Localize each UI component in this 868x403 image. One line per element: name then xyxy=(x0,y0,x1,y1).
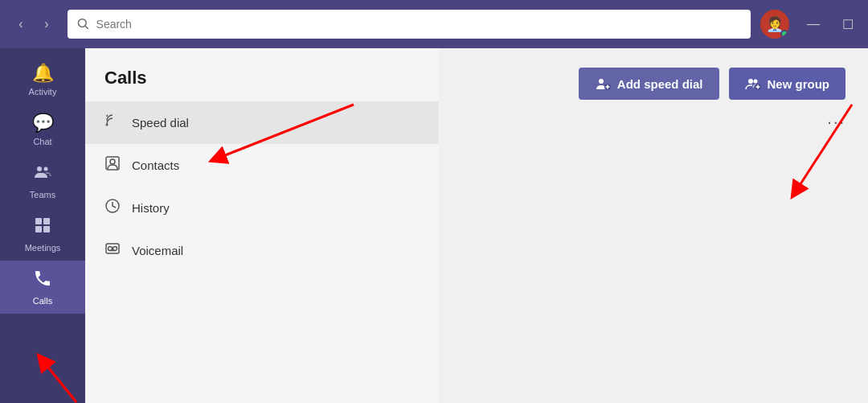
more-options-button[interactable]: ··· xyxy=(827,113,845,131)
svg-rect-7 xyxy=(43,226,50,232)
meetings-icon xyxy=(33,216,52,240)
history-icon xyxy=(104,198,121,218)
avatar-status xyxy=(780,30,788,38)
sidebar-label-activity: Activity xyxy=(29,87,57,97)
speed-dial-icon xyxy=(104,113,121,133)
svg-rect-4 xyxy=(35,218,42,224)
new-group-label: New group xyxy=(768,77,830,91)
history-label: History xyxy=(132,201,170,215)
sidebar-label-calls: Calls xyxy=(33,296,52,306)
maximize-button[interactable]: ☐ xyxy=(837,17,858,32)
contacts-label: Contacts xyxy=(132,158,179,172)
voicemail-icon xyxy=(104,241,121,261)
sidebar-label-meetings: Meetings xyxy=(25,243,61,253)
search-input[interactable] xyxy=(96,18,741,31)
svg-point-20 xyxy=(748,79,753,84)
forward-button[interactable]: › xyxy=(35,13,58,35)
voicemail-label: Voicemail xyxy=(132,244,183,257)
avatar: 🧑‍💼 xyxy=(760,10,789,39)
teams-icon xyxy=(33,162,52,187)
svg-point-3 xyxy=(44,167,48,171)
add-speed-dial-button[interactable]: Add speed dial xyxy=(579,68,719,100)
new-group-button[interactable]: New group xyxy=(729,68,846,100)
svg-line-1 xyxy=(85,26,88,28)
calls-menu-speed-dial[interactable]: Speed dial xyxy=(85,101,439,144)
sidebar-item-calls[interactable]: Calls xyxy=(0,261,85,314)
svg-rect-5 xyxy=(43,218,50,224)
svg-point-8 xyxy=(106,124,108,126)
minimize-button[interactable]: — xyxy=(802,17,825,31)
contacts-icon xyxy=(104,155,121,175)
sidebar: 🔔 Activity 💬 Chat Teams xyxy=(0,48,85,403)
sidebar-item-activity[interactable]: 🔔 Activity xyxy=(0,55,85,105)
calls-menu: Speed dial Contacts xyxy=(85,101,439,272)
calls-icon xyxy=(33,269,52,293)
title-bar-right: 🧑‍💼 — ☐ xyxy=(760,10,858,39)
action-buttons: Add speed dial New group xyxy=(579,68,845,100)
sidebar-label-teams: Teams xyxy=(30,190,55,199)
sidebar-item-meetings[interactable]: Meetings xyxy=(0,208,85,261)
nav-buttons: ‹ › xyxy=(10,13,58,35)
search-icon xyxy=(77,18,90,31)
svg-point-2 xyxy=(37,167,42,171)
activity-icon: 🔔 xyxy=(32,63,54,84)
svg-point-21 xyxy=(753,80,757,84)
calls-menu-history[interactable]: History xyxy=(85,187,439,229)
new-group-icon xyxy=(745,76,761,92)
speed-dial-label: Speed dial xyxy=(132,116,189,130)
main-content: 🔔 Activity 💬 Chat Teams xyxy=(0,48,868,403)
back-button[interactable]: ‹ xyxy=(10,13,32,35)
calls-title: Calls xyxy=(85,48,439,101)
title-bar: ‹ › 🧑‍💼 — ☐ xyxy=(0,0,868,48)
calls-menu-contacts[interactable]: Contacts xyxy=(85,144,439,187)
right-panel: Add speed dial New group ··· xyxy=(439,48,868,403)
svg-point-10 xyxy=(110,159,115,164)
calls-menu-voicemail[interactable]: Voicemail xyxy=(85,229,439,272)
svg-point-0 xyxy=(78,19,86,27)
svg-rect-6 xyxy=(35,226,42,232)
chat-icon: 💬 xyxy=(32,113,54,134)
sidebar-item-chat[interactable]: 💬 Chat xyxy=(0,105,85,154)
add-speed-dial-label: Add speed dial xyxy=(617,77,703,91)
sidebar-label-chat: Chat xyxy=(33,137,51,146)
svg-point-16 xyxy=(599,79,604,84)
sidebar-item-teams[interactable]: Teams xyxy=(0,154,85,208)
search-bar xyxy=(68,10,751,39)
calls-panel: Calls Speed dial xyxy=(85,48,439,403)
add-speed-dial-icon xyxy=(595,76,611,92)
